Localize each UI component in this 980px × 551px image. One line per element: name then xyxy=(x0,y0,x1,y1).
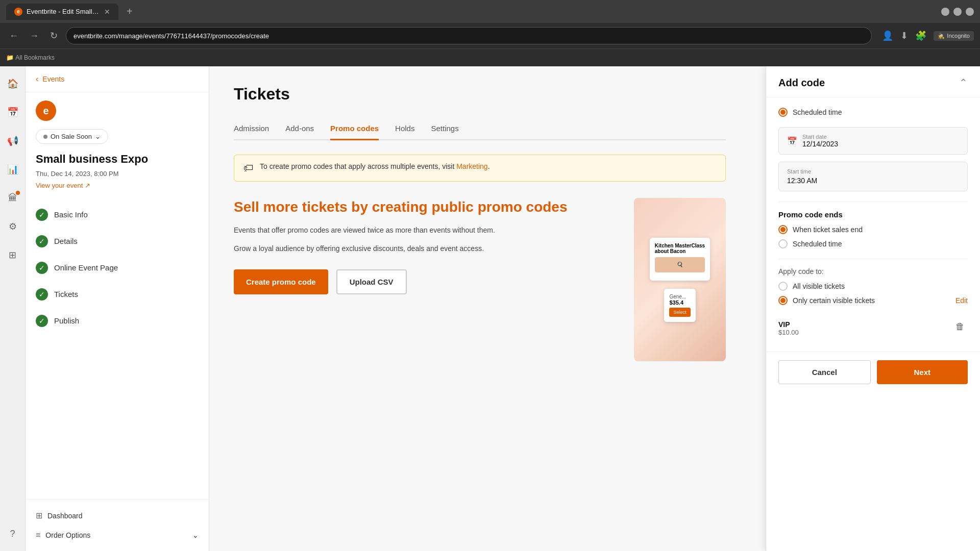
promo-ends-radio-group: When ticket sales end Scheduled time xyxy=(778,225,968,248)
back-button[interactable]: ← xyxy=(6,28,21,44)
info-banner: 🏷 To create promo codes that apply acros… xyxy=(234,155,726,182)
maximize-button[interactable] xyxy=(953,8,962,16)
status-badge-container: On Sale Soon ⌄ xyxy=(36,129,199,144)
browser-titlebar: e Eventbrite - Edit Small busines... ✕ + xyxy=(0,0,980,23)
scheduled-time-end-label: Scheduled time xyxy=(793,240,842,248)
page-title: Tickets xyxy=(234,85,726,104)
tab-close-button[interactable]: ✕ xyxy=(104,8,110,16)
info-icon: 🏷 xyxy=(243,162,254,174)
promo-desc-2: Grow a loyal audience by offering exclus… xyxy=(234,243,614,255)
address-bar[interactable]: eventbrite.com/manage/events/77671164443… xyxy=(66,27,872,44)
back-arrow-icon[interactable]: ‹ xyxy=(36,74,38,84)
minimize-button[interactable] xyxy=(941,8,949,16)
tab-holds[interactable]: Holds xyxy=(395,118,414,140)
promo-ends-label: Promo code ends xyxy=(778,210,968,219)
eventbrite-logo: e xyxy=(36,101,56,121)
when-ticket-sales-end-radio[interactable]: When ticket sales end xyxy=(778,225,968,234)
help-icon[interactable]: ? xyxy=(4,524,22,543)
start-time-field[interactable]: Start time 12:30 AM xyxy=(778,162,968,191)
megaphone-icon[interactable]: 📢 xyxy=(4,132,22,150)
tab-add-ons[interactable]: Add-ons xyxy=(285,118,314,140)
ticket-card-2: Gene... $35.4 Select xyxy=(664,289,695,322)
events-link[interactable]: Events xyxy=(42,75,64,83)
when-ticket-sales-end-dot xyxy=(778,225,788,234)
status-pill[interactable]: On Sale Soon ⌄ xyxy=(36,129,108,144)
close-button[interactable] xyxy=(966,8,974,16)
marketing-link[interactable]: Marketing xyxy=(456,162,487,170)
browser-nav: ← → ↻ eventbrite.com/manage/events/77671… xyxy=(0,23,980,48)
start-date-value: 12/14/2023 xyxy=(802,140,838,148)
promo-actions: Create promo code Upload CSV xyxy=(234,269,614,294)
tabs-container: Admission Add-ons Promo codes Holds Sett… xyxy=(234,118,726,140)
divider-1 xyxy=(778,202,968,202)
sidebar-item-tickets[interactable]: ✓ Tickets xyxy=(26,281,209,308)
scheduled-time-end-radio[interactable]: Scheduled time xyxy=(778,239,968,248)
check-icon-tickets: ✓ xyxy=(36,288,48,300)
nav-label-online-event-page: Online Event Page xyxy=(54,263,118,272)
scheduled-time-radio[interactable]: Scheduled time xyxy=(778,108,968,117)
date-field-content: Start date 12/14/2023 xyxy=(802,134,838,148)
sidebar-nav: ✓ Basic Info ✓ Details ✓ Online Event Pa… xyxy=(26,197,209,499)
status-chevron-icon: ⌄ xyxy=(95,133,101,140)
apply-section: Apply code to: All visible tickets Only … xyxy=(778,267,968,305)
scheduled-time-label: Scheduled time xyxy=(793,108,842,116)
panel-scroll-up-button[interactable]: ⌃ xyxy=(959,77,968,89)
tab-settings[interactable]: Settings xyxy=(431,118,458,140)
chart-icon[interactable]: 📊 xyxy=(4,160,22,179)
view-event-link[interactable]: View your event ↗ xyxy=(36,182,199,189)
certain-visible-dot xyxy=(778,296,788,305)
ticket-item-name: VIP xyxy=(778,320,799,329)
profile-icon: 👤 xyxy=(882,30,893,41)
new-tab-button[interactable]: + xyxy=(122,4,137,19)
tab-favicon: e xyxy=(14,8,22,16)
external-link-icon: ↗ xyxy=(85,182,90,189)
extensions-icon: 🧩 xyxy=(915,30,926,41)
sidebar-item-details[interactable]: ✓ Details xyxy=(26,228,209,255)
order-options-link[interactable]: ≡ Order Options ⌄ xyxy=(36,525,199,545)
delete-ticket-button[interactable]: 🗑 xyxy=(952,320,968,333)
grid-icon[interactable]: ⊞ xyxy=(4,246,22,264)
all-visible-label: All visible tickets xyxy=(793,282,845,290)
check-icon-publish: ✓ xyxy=(36,315,48,327)
reload-button[interactable]: ↻ xyxy=(47,27,61,44)
ticket-item-vip: VIP $10.00 🗑 xyxy=(778,315,968,341)
tab-admission[interactable]: Admission xyxy=(234,118,269,140)
scheduled-time-radio-dot xyxy=(778,108,788,117)
dashboard-link[interactable]: ⊞ Dashboard xyxy=(36,506,199,525)
all-visible-dot xyxy=(778,282,788,291)
ticket-card: Kitchen MasterClass about Bacon 🍳 xyxy=(650,238,710,281)
ticket-select-button[interactable]: Select xyxy=(669,308,690,317)
nav-label-publish: Publish xyxy=(54,316,79,325)
forward-button[interactable]: → xyxy=(27,28,42,44)
building-icon[interactable]: 🏛 xyxy=(4,189,22,207)
apply-radio-group: All visible tickets Only certain visible… xyxy=(778,282,968,305)
create-promo-code-button[interactable]: Create promo code xyxy=(234,269,328,294)
upload-csv-button[interactable]: Upload CSV xyxy=(336,269,407,294)
edit-link[interactable]: Edit xyxy=(955,296,968,305)
gear-icon[interactable]: ⚙ xyxy=(4,217,22,236)
panel-header: Add code ⌃ xyxy=(766,66,980,97)
browser-tab[interactable]: e Eventbrite - Edit Small busines... ✕ xyxy=(6,4,118,20)
certain-visible-tickets-radio[interactable]: Only certain visible tickets Edit xyxy=(778,296,968,305)
panel-body: Scheduled time 📅 Start date 12/14/2023 S… xyxy=(766,97,980,352)
sidebar-item-basic-info[interactable]: ✓ Basic Info xyxy=(26,202,209,228)
incognito-icon: 🕵 xyxy=(938,33,945,39)
nav-label-details: Details xyxy=(54,237,78,245)
home-icon[interactable]: 🏠 xyxy=(4,74,22,93)
sidebar-item-publish[interactable]: ✓ Publish xyxy=(26,308,209,334)
calendar-icon[interactable]: 📅 xyxy=(4,103,22,121)
start-time-label: Start time xyxy=(787,168,959,174)
start-date-field[interactable]: 📅 Start date 12/14/2023 xyxy=(778,127,968,155)
event-info: Small business Expo Thu, Dec 14, 2023, 8… xyxy=(26,152,209,197)
bookmarks-icon: 📁 xyxy=(6,54,14,61)
sidebar-item-online-event-page[interactable]: ✓ Online Event Page xyxy=(26,255,209,281)
main-content: Tickets Admission Add-ons Promo codes Ho… xyxy=(209,66,980,551)
all-visible-tickets-radio[interactable]: All visible tickets xyxy=(778,282,968,291)
panel-title: Add code xyxy=(778,77,825,89)
promo-image: Kitchen MasterClass about Bacon 🍳 Gene..… xyxy=(634,198,726,361)
tab-promo-codes[interactable]: Promo codes xyxy=(330,118,379,140)
download-icon: ⬇ xyxy=(900,30,908,41)
cancel-button[interactable]: Cancel xyxy=(778,360,871,384)
browser-nav-icons: 👤 ⬇ 🧩 🕵 Incognito xyxy=(882,30,974,41)
next-button[interactable]: Next xyxy=(877,360,968,384)
